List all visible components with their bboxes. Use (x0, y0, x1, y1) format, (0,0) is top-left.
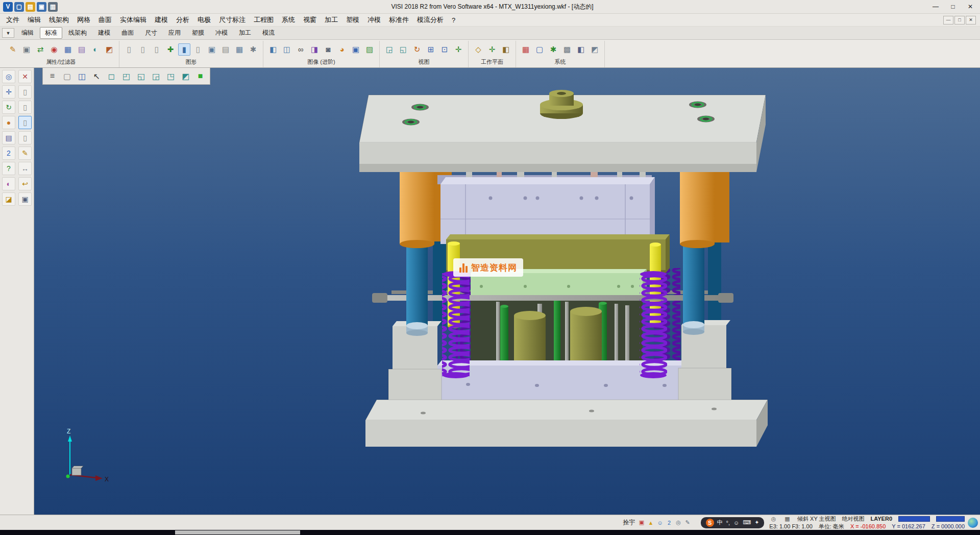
system-settings-icon[interactable]: ✱ (547, 43, 559, 56)
ime-count-badge[interactable]: 2 (666, 519, 673, 526)
graphics-cylinder-icon[interactable]: ▯ (137, 43, 149, 56)
sogou-logo-icon[interactable]: S (706, 519, 714, 527)
measure-tool-icon[interactable]: ↔ (18, 162, 32, 175)
cube-shaded-icon[interactable]: ◱ (134, 69, 148, 83)
viewport-select-icon[interactable]: ↖ (90, 69, 104, 83)
ime-mic-icon[interactable]: ◎ (675, 519, 682, 526)
graphics-tools-icon[interactable]: ✱ (247, 43, 259, 56)
cube-section-icon[interactable]: ◩ (179, 69, 192, 83)
ribbon-tab[interactable]: 应用 (163, 27, 186, 39)
menu-item[interactable]: 模流分析 (413, 14, 448, 26)
clipboard-slot-1-icon[interactable]: ▯ (18, 85, 32, 99)
toolbar-dropdown-button[interactable]: ▼ (2, 28, 14, 38)
help-tool-icon[interactable]: ? (2, 162, 15, 175)
mdi-minimize-button[interactable]: — (943, 16, 953, 25)
ime-lang-toggle[interactable]: 中 (717, 519, 723, 526)
menu-item[interactable]: 建模 (151, 14, 172, 26)
menu-item[interactable]: 工程图 (250, 14, 278, 26)
cube-solid-icon[interactable]: ■ (193, 69, 207, 83)
globe-icon[interactable] (968, 518, 978, 528)
app-icon[interactable]: V (3, 2, 13, 12)
ime-keyboard-icon[interactable]: ⌨ (743, 519, 751, 526)
view-front-icon[interactable]: ◱ (397, 43, 409, 56)
mdi-restore-button[interactable]: □ (954, 16, 965, 25)
graphics-add-icon[interactable]: ✚ (164, 43, 177, 56)
layers-tool-icon[interactable]: ▤ (2, 131, 15, 144)
graphics-box-icon[interactable]: ▯ (192, 43, 204, 56)
display-mode-icon[interactable]: ◧ (575, 43, 587, 56)
maximize-button[interactable]: □ (944, 1, 962, 12)
view-dynamic-icon[interactable]: ↻ (411, 43, 423, 56)
graphics-cells-icon[interactable]: ▦ (233, 43, 246, 56)
ribbon-tab[interactable]: 标准 (40, 27, 62, 39)
cube-hidden-line-icon[interactable]: ◰ (119, 69, 133, 83)
render-quality-icon[interactable]: ◕ (336, 43, 348, 56)
workplane-align-icon[interactable]: ✛ (486, 43, 498, 56)
graphics-group-icon[interactable]: ▣ (206, 43, 218, 56)
wireframe-icon[interactable]: ◫ (281, 43, 293, 56)
texture-icon[interactable]: ▨ (363, 43, 376, 56)
ribbon-tab[interactable]: 线架构 (63, 27, 92, 39)
3d-viewport[interactable]: ≡▢◫↖◻◰◱◲◳◩■ 智造资料网 Z (34, 68, 980, 515)
clipboard-slot-3-icon[interactable]: ▯ (18, 116, 32, 129)
taskbar-window-button[interactable] (175, 530, 300, 534)
menu-item[interactable]: 分析 (172, 14, 193, 26)
menu-item[interactable]: 实体编辑 (116, 14, 151, 26)
undo-tool-icon[interactable]: ↩ (18, 177, 32, 190)
monitor-icon[interactable]: ▢ (533, 43, 546, 56)
export-tool-icon[interactable]: ◪ (2, 192, 15, 206)
layer-color-bar[interactable] (898, 516, 930, 522)
move-tool-icon[interactable]: ✛ (2, 85, 15, 99)
filter-layer-icon[interactable]: ▤ (76, 43, 88, 56)
ime-emoji-icon[interactable]: ☺ (733, 520, 739, 526)
ribbon-tab[interactable]: 尺寸 (140, 27, 162, 39)
view-reference-label[interactable]: 绝对视图 (842, 515, 865, 523)
workplane-view-icon[interactable]: ◧ (500, 43, 512, 56)
clipboard-slot-2-icon[interactable]: ▯ (18, 101, 32, 114)
menu-item[interactable]: 冲模 (363, 14, 385, 26)
menu-item[interactable]: 系统 (278, 14, 299, 26)
zoom-window-icon[interactable]: ⊡ (438, 43, 451, 56)
shade-tool-icon[interactable]: ● (2, 116, 15, 129)
filter-table-icon[interactable]: ▦ (62, 43, 74, 56)
menu-item[interactable]: 标准件 (385, 14, 413, 26)
view-cube-icon[interactable]: ▦ (783, 515, 791, 523)
menu-item[interactable]: 塑模 (342, 14, 363, 26)
copy-attributes-icon[interactable]: ▣ (20, 43, 33, 56)
filter-color-icon[interactable]: ◩ (103, 43, 115, 56)
pan-view-icon[interactable]: ✛ (452, 43, 464, 56)
open-folder-icon[interactable]: ▤ (26, 2, 35, 12)
ribbon-tab[interactable]: 模流 (257, 27, 280, 39)
ribbon-tab[interactable]: 建模 (93, 27, 115, 39)
menu-item[interactable]: 加工 (321, 14, 342, 26)
ribbon-tab[interactable]: 加工 (234, 27, 256, 39)
menu-item[interactable]: 文件 (2, 14, 23, 26)
menu-item[interactable]: 网格 (73, 14, 94, 26)
viewport-menu-icon[interactable]: ≡ (45, 69, 59, 83)
shading-icon[interactable]: ◧ (267, 43, 279, 56)
viewport-grid-icon[interactable]: ◫ (75, 69, 89, 83)
ime-skin-icon[interactable]: ▲ (647, 519, 655, 526)
filter-elements-icon[interactable]: ◉ (48, 43, 60, 56)
viewport-plane-icon[interactable]: ▢ (60, 69, 74, 83)
menu-item[interactable]: 电极 (193, 14, 215, 26)
save-tool-icon[interactable]: ▣ (18, 192, 32, 206)
graphics-list-icon[interactable]: ▯ (123, 43, 135, 56)
minimize-button[interactable]: — (927, 1, 944, 12)
new-file-icon[interactable]: ▢ (14, 2, 24, 12)
ribbon-tab[interactable]: 编辑 (16, 27, 39, 39)
dimension-2-tool-icon[interactable]: 2 (2, 147, 15, 160)
menu-item[interactable]: 线架构 (45, 14, 73, 26)
view-iso-icon[interactable]: ◲ (383, 43, 396, 56)
color-palette-icon[interactable]: ▦ (520, 43, 532, 56)
zoom-tool-icon[interactable]: ◎ (2, 70, 15, 83)
edit-attributes-icon[interactable]: ✎ (7, 43, 19, 56)
ime-smiley-icon[interactable]: ☺ (656, 519, 664, 526)
clipboard-slot-4-icon[interactable]: ▯ (18, 131, 32, 144)
ime-tool-icon[interactable]: ▣ (638, 519, 646, 526)
menu-item[interactable]: 编辑 (23, 14, 45, 26)
menu-item[interactable]: ? (448, 15, 459, 26)
ime-toolbox-icon[interactable]: ✦ (754, 519, 759, 526)
active-layer-label[interactable]: LAYER0 (871, 516, 892, 522)
menu-item[interactable]: 尺寸标注 (215, 14, 250, 26)
